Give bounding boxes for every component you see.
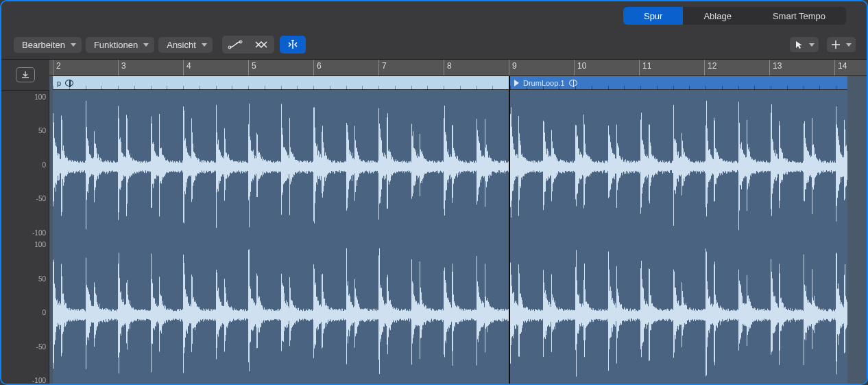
audio-region[interactable]: p [53,76,509,385]
ruler-bar: 13 [769,60,782,75]
chevron-down-icon [202,43,207,47]
regions-container[interactable]: pDrumLoop.1 [49,76,867,385]
waveform [510,244,847,385]
waveform [510,96,847,238]
ruler-bar: 4 [183,60,191,75]
ruler-bar: 11 [639,60,651,75]
amplitude-tick: 50 [38,275,46,282]
ruler-bar: 8 [444,60,452,75]
amplitude-tick: 50 [38,127,46,135]
region-header[interactable]: p [53,76,509,90]
toolbar: Bearbeiten Funktionen Ansicht [1,30,867,59]
region-header[interactable]: DrumLoop.1 [510,76,847,90]
amplitude-tick: 0 [42,161,46,168]
download-icon [20,71,31,79]
edit-menu[interactable]: Bearbeiten [14,37,82,53]
playhead-catch-icon [285,39,300,50]
chevron-down-icon [809,43,815,47]
catcher-area [1,59,49,91]
ruler-bar: 12 [704,60,716,75]
play-icon [514,80,519,86]
tab-spur[interactable]: Spur [623,7,683,25]
region-name: DrumLoop.1 [523,79,565,87]
secondary-tool[interactable] [827,37,856,52]
amplitude-tick: 100 [34,93,46,100]
amplitude-tick: -50 [36,342,46,350]
chevron-down-icon [71,43,76,47]
crosshair-icon [831,40,841,49]
chevron-down-icon [846,43,852,47]
functions-menu[interactable]: Funktionen [86,37,154,53]
ruler-bar: 10 [574,60,586,75]
menu-label: Bearbeiten [22,40,65,50]
amplitude-tick: -50 [36,195,46,202]
tab-label: Spur [644,11,662,21]
amplitude-scale: 100500-50-100100500-50-100 [1,91,49,385]
ruler-bar: 5 [248,60,256,75]
amplitude-tick: 100 [34,241,46,248]
menu-label: Ansicht [167,40,196,50]
playhead-catch-button[interactable] [280,36,306,54]
ruler-bar: 14 [834,60,847,75]
ruler-bar: 2 [53,60,61,75]
audio-editor: 100500-50-100100500-50-100 2345678910111… [1,59,867,385]
catch-playhead-button[interactable] [16,67,35,82]
waveform [53,244,509,385]
chevron-down-icon [143,43,149,47]
toolbar-icon-group [222,36,274,54]
ruler-bar: 9 [509,60,517,75]
flex-button[interactable] [248,36,274,54]
loop-icon [569,80,577,86]
tab-smart-tempo[interactable]: Smart Tempo [752,7,846,25]
editor-tab-bar: Spur Ablage Smart Tempo [1,1,867,30]
amplitude-tick: -100 [32,229,46,236]
pointer-icon [794,40,804,49]
loop-icon [65,80,73,86]
track-area[interactable]: 234567891011121314 pDrumLoop.1 [49,59,867,385]
region-name: p [57,79,61,87]
toolbar-icon-group [280,36,306,54]
editor-tabs: Spur Ablage Smart Tempo [623,7,846,25]
tool-picker [790,37,860,52]
amplitude-tick: 0 [42,309,46,316]
audio-region[interactable]: DrumLoop.1 [509,76,847,385]
tab-label: Ablage [703,11,731,21]
primary-tool[interactable] [790,37,819,52]
ruler-bar: 3 [118,60,126,75]
tab-label: Smart Tempo [773,11,825,21]
flex-icon [254,40,269,49]
view-menu[interactable]: Ansicht [158,37,213,53]
waveform [53,96,509,238]
automation-curve-icon [228,40,243,49]
menu-label: Funktionen [94,40,138,50]
amplitude-tick: -100 [32,377,46,384]
bar-ruler[interactable]: 234567891011121314 [49,60,867,76]
ruler-bar: 6 [313,60,322,75]
left-gutter: 100500-50-100100500-50-100 [1,59,49,385]
ruler-bar: 7 [378,60,387,75]
automation-curve-button[interactable] [222,36,248,54]
tab-ablage[interactable]: Ablage [683,7,751,25]
